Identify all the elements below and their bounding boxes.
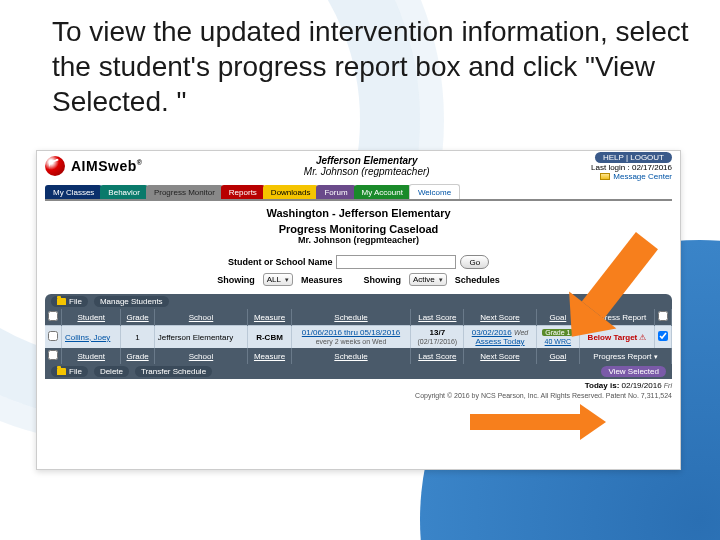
- today-dow: Fri: [664, 382, 672, 389]
- showing-label-2: Showing: [363, 275, 401, 285]
- tab-downloads[interactable]: Downloads: [263, 185, 319, 199]
- slide-heading: To view the updated intervention informa…: [52, 14, 690, 119]
- help-logout-pill[interactable]: HELP | LOGOUT: [595, 152, 672, 163]
- col-schedule-2[interactable]: Schedule: [334, 352, 367, 361]
- annotation-arrow-horizontal: [470, 404, 606, 440]
- schedule-detail: every 2 weeks on Wed: [316, 338, 387, 345]
- tab-welcome[interactable]: Welcome: [409, 184, 460, 199]
- measures-select[interactable]: ALL▾: [263, 273, 293, 286]
- name-filter-input[interactable]: [336, 255, 456, 269]
- user-line: Mr. Johnson (regpmteacher): [304, 166, 430, 177]
- message-center-text: Message Center: [613, 172, 672, 181]
- envelope-icon: [600, 173, 610, 180]
- today-label: Today is:: [585, 381, 620, 390]
- cell-measure: R-CBM: [256, 333, 283, 342]
- select-all-checkbox[interactable]: [48, 311, 58, 321]
- col-student[interactable]: Student: [77, 313, 105, 322]
- select-all-checkbox-2[interactable]: [48, 350, 58, 360]
- cell-school: Jefferson Elementary: [154, 326, 248, 349]
- transfer-schedule-button[interactable]: Transfer Schedule: [135, 366, 212, 377]
- col-school-2[interactable]: School: [189, 352, 213, 361]
- tab-my-classes[interactable]: My Classes: [45, 185, 102, 199]
- header-center: Jefferson Elementary Mr. Johnson (regpmt…: [148, 155, 585, 178]
- schedules-select-value: Active: [413, 275, 435, 284]
- next-score-dow: Wed: [514, 329, 528, 336]
- chevron-down-icon: ▾: [439, 276, 443, 284]
- delete-button[interactable]: Delete: [94, 366, 129, 377]
- showing-label-1: Showing: [217, 275, 255, 285]
- col-last-score[interactable]: Last Score: [418, 313, 456, 322]
- measures-label: Measures: [301, 275, 343, 285]
- tab-bar: My Classes Behavior Progress Monitor Rep…: [45, 181, 672, 199]
- folder-icon: [57, 298, 66, 305]
- name-filter-label: Student or School Name: [228, 257, 333, 267]
- file-menu-bottom-label: File: [69, 367, 82, 376]
- chevron-down-icon: ▾: [285, 276, 289, 284]
- col-student-2[interactable]: Student: [77, 352, 105, 361]
- assess-today-link[interactable]: Assess Today: [475, 337, 524, 346]
- measures-select-value: ALL: [267, 275, 281, 284]
- student-link[interactable]: Collins, Joey: [65, 333, 110, 342]
- last-score: 13/7: [430, 328, 446, 337]
- cell-grade: 1: [121, 326, 154, 349]
- col-schedule[interactable]: Schedule: [334, 313, 367, 322]
- col-next-score[interactable]: Next Score: [480, 313, 520, 322]
- col-measure-2[interactable]: Measure: [254, 352, 285, 361]
- select-all-pr-checkbox[interactable]: [658, 311, 668, 321]
- go-button[interactable]: Go: [460, 255, 489, 269]
- tab-my-account[interactable]: My Account: [354, 185, 411, 199]
- tab-behavior[interactable]: Behavior: [100, 185, 148, 199]
- goal-target-link[interactable]: 40 WRC: [545, 338, 571, 345]
- file-menu-bottom[interactable]: File: [51, 366, 88, 377]
- page-title: Progress Monitoring Caseload: [45, 223, 672, 235]
- today-date: 02/19/2016: [622, 381, 662, 390]
- today-footer: Today is: 02/19/2016 Fri: [45, 381, 672, 390]
- col-goal-2[interactable]: Goal: [549, 352, 566, 361]
- col-next-score-2[interactable]: Next Score: [480, 352, 520, 361]
- last-score-date: (02/17/2016): [417, 338, 457, 345]
- col-grade[interactable]: Grade: [126, 313, 148, 322]
- school-name: Jefferson Elementary: [316, 155, 418, 166]
- tab-forum[interactable]: Forum: [316, 185, 355, 199]
- header-right: HELP | LOGOUT Last login : 02/17/2016 Me…: [591, 152, 672, 181]
- view-selected-button[interactable]: View Selected: [601, 366, 666, 377]
- next-score-date[interactable]: 03/02/2016: [472, 328, 512, 337]
- site-breadcrumb: Washington - Jefferson Elementary: [45, 207, 672, 219]
- folder-icon: [57, 368, 66, 375]
- message-center-link[interactable]: Message Center: [591, 172, 672, 181]
- file-menu-label: File: [69, 297, 82, 306]
- app-logo-icon: [45, 156, 65, 176]
- schedules-label: Schedules: [455, 275, 500, 285]
- schedules-select[interactable]: Active▾: [409, 273, 447, 286]
- brand-text: AIMSweb: [71, 158, 137, 174]
- col-last-score-2[interactable]: Last Score: [418, 352, 456, 361]
- toolbar-bottom: File Delete Transfer Schedule View Selec…: [45, 364, 672, 379]
- warning-icon: ⚠: [639, 333, 646, 342]
- last-login: Last login : 02/17/2016: [591, 163, 672, 172]
- copyright-text: Copyright © 2016 by NCS Pearson, Inc. Al…: [45, 392, 672, 399]
- tab-progress-monitor[interactable]: Progress Monitor: [146, 185, 223, 199]
- table-subheader-row: Student Grade School Measure Schedule La…: [45, 348, 672, 364]
- row-select-checkbox[interactable]: [48, 331, 58, 341]
- page-subtitle: Mr. Johnson (regpmteacher): [45, 235, 672, 245]
- registered-mark: ®: [137, 159, 143, 166]
- col-school[interactable]: School: [189, 313, 213, 322]
- tab-reports[interactable]: Reports: [221, 185, 265, 199]
- col-grade-2[interactable]: Grade: [126, 352, 148, 361]
- progress-report-checkbox[interactable]: [658, 331, 668, 341]
- file-menu[interactable]: File: [51, 296, 88, 307]
- brand-name: AIMSweb®: [71, 158, 142, 174]
- sort-icon[interactable]: ▾: [654, 353, 658, 360]
- col-measure[interactable]: Measure: [254, 313, 285, 322]
- schedule-link[interactable]: 01/06/2016 thru 05/18/2016: [302, 328, 400, 337]
- manage-students-button[interactable]: Manage Students: [94, 296, 169, 307]
